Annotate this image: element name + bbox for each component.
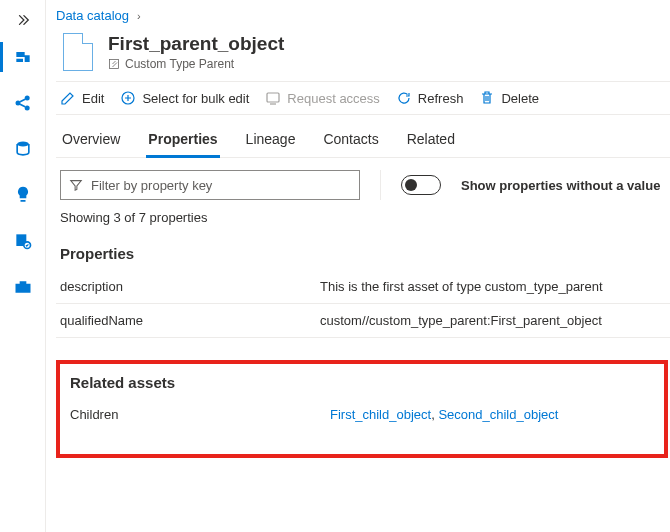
related-heading: Related assets (70, 374, 654, 403)
child-link-0[interactable]: First_child_object (330, 407, 431, 422)
refresh-button[interactable]: Refresh (396, 90, 464, 106)
divider (380, 170, 381, 200)
filter-input-wrapper[interactable] (60, 170, 360, 200)
child-link-1[interactable]: Second_child_object (438, 407, 558, 422)
left-nav (0, 0, 46, 532)
sidebar-item-policy[interactable] (0, 218, 45, 264)
bulk-edit-button[interactable]: Select for bulk edit (120, 90, 249, 106)
request-label: Request access (287, 91, 380, 106)
svg-point-3 (17, 142, 29, 147)
property-row: qualifiedName custom//custom_type_parent… (56, 306, 670, 335)
breadcrumb: Data catalog › (56, 6, 670, 29)
property-row: description This is the first asset of t… (56, 272, 670, 301)
expand-nav-icon[interactable] (0, 6, 45, 34)
edit-button[interactable]: Edit (60, 90, 104, 106)
filter-input[interactable] (91, 178, 351, 193)
tab-overview[interactable]: Overview (60, 125, 122, 157)
related-assets-section: Related assets Children First_child_obje… (56, 360, 668, 458)
toolbar: Edit Select for bulk edit Request access… (56, 81, 670, 115)
svg-point-0 (15, 101, 20, 106)
edit-label: Edit (82, 91, 104, 106)
tab-lineage[interactable]: Lineage (244, 125, 298, 157)
sidebar-item-sources[interactable] (0, 126, 45, 172)
file-icon (63, 33, 93, 71)
show-empty-toggle[interactable] (401, 175, 441, 195)
main-content: Data catalog › First_parent_object Custo… (46, 0, 670, 532)
breadcrumb-root[interactable]: Data catalog (56, 8, 129, 23)
toggle-label: Show properties without a value (461, 178, 660, 193)
divider (56, 337, 670, 338)
chevron-right-icon: › (137, 10, 141, 22)
delete-label: Delete (501, 91, 539, 106)
svg-rect-5 (110, 60, 119, 69)
property-key: description (60, 279, 320, 294)
asset-header: First_parent_object Custom Type Parent (56, 29, 670, 81)
divider (56, 303, 670, 304)
sidebar-item-catalog[interactable] (0, 34, 45, 80)
tabs: Overview Properties Lineage Contacts Rel… (56, 115, 670, 158)
asset-type-label: Custom Type Parent (125, 57, 234, 71)
tab-properties[interactable]: Properties (146, 125, 219, 157)
tab-related[interactable]: Related (405, 125, 457, 157)
delete-button[interactable]: Delete (479, 90, 539, 106)
refresh-label: Refresh (418, 91, 464, 106)
svg-point-2 (24, 106, 29, 111)
tab-contacts[interactable]: Contacts (321, 125, 380, 157)
properties-heading: Properties (56, 239, 670, 272)
request-access-button: Request access (265, 90, 380, 106)
property-value: custom//custom_type_parent:First_parent_… (320, 313, 666, 328)
showing-count: Showing 3 of 7 properties (56, 208, 670, 239)
related-key: Children (70, 407, 330, 422)
type-icon (108, 58, 120, 70)
filter-icon (69, 178, 83, 192)
sidebar-item-share[interactable] (0, 80, 45, 126)
related-values: First_child_object, Second_child_object (330, 407, 654, 422)
bulk-label: Select for bulk edit (142, 91, 249, 106)
sidebar-item-insights[interactable] (0, 172, 45, 218)
sidebar-item-management[interactable] (0, 264, 45, 310)
page-title: First_parent_object (108, 33, 284, 55)
svg-point-1 (24, 96, 29, 101)
filter-row: Show properties without a value (56, 158, 670, 208)
property-value: This is the first asset of type custom_t… (320, 279, 666, 294)
svg-rect-7 (267, 93, 279, 102)
property-key: qualifiedName (60, 313, 320, 328)
